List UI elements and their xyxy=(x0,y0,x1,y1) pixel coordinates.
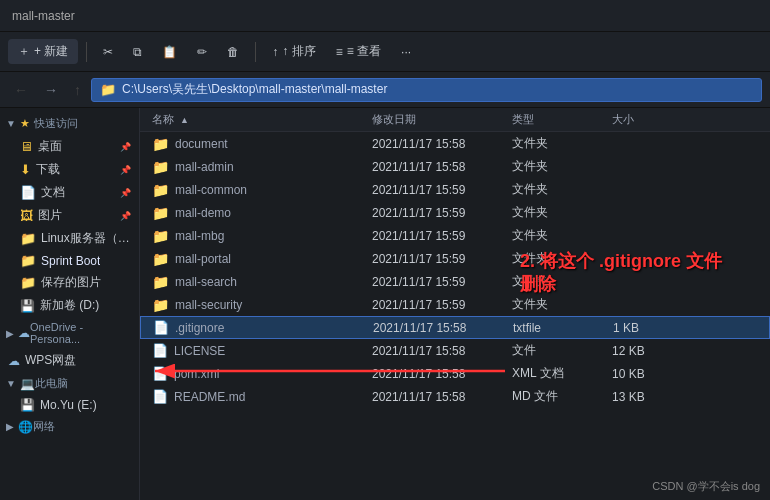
onedrive-label: OneDrive - Persona... xyxy=(30,321,133,345)
file-icon: 📁 xyxy=(152,251,169,267)
network-section[interactable]: ▶ 🌐 网络 xyxy=(0,415,139,438)
separator-1 xyxy=(86,42,87,62)
pin-icon: 📌 xyxy=(120,142,131,152)
sort-button[interactable]: ↑ ↑ 排序 xyxy=(264,39,323,64)
sidebar-item-pictures[interactable]: 🖼 图片 📌 xyxy=(0,204,139,227)
onedrive-arrow: ▶ xyxy=(6,328,14,339)
file-date: 2021/11/17 15:59 xyxy=(372,252,512,266)
quick-access-section[interactable]: ▼ ★ 快速访问 xyxy=(0,112,139,135)
file-icon: 📄 xyxy=(152,343,168,358)
cut-button[interactable]: ✂ xyxy=(95,41,121,63)
file-name: mall-search xyxy=(175,275,237,289)
file-size: 10 KB xyxy=(612,367,692,381)
sidebar: ▼ ★ 快速访问 🖥 桌面 📌 ⬇ 下载 📌 📄 文档 📌 🖼 图片 📌 📁 L… xyxy=(0,108,140,500)
wps-icon: ☁ xyxy=(8,354,20,368)
file-type: 文件夹 xyxy=(512,204,612,221)
file-name: mall-common xyxy=(175,183,247,197)
watermark: CSDN @学不会is dog xyxy=(652,479,760,494)
sidebar-item-saved[interactable]: 📁 保存的图片 xyxy=(0,271,139,294)
sidebar-item-downloads[interactable]: ⬇ 下载 📌 xyxy=(0,158,139,181)
table-row[interactable]: 📄 pom.xml 2021/11/17 15:58 XML 文档 10 KB xyxy=(140,362,770,385)
sort-label: ↑ 排序 xyxy=(282,43,315,60)
sidebar-item-wps[interactable]: ☁ WPS网盘 xyxy=(0,349,139,372)
table-row[interactable]: 📁 mall-common 2021/11/17 15:59 文件夹 xyxy=(140,178,770,201)
table-row[interactable]: 📄 README.md 2021/11/17 15:58 MD 文件 13 KB xyxy=(140,385,770,408)
sidebar-item-linux[interactable]: 📁 Linux服务器（实验 xyxy=(0,227,139,250)
sidebar-item-newdrive[interactable]: 💾 新加卷 (D:) xyxy=(0,294,139,317)
table-row[interactable]: 📄 LICENSE 2021/11/17 15:58 文件 12 KB xyxy=(140,339,770,362)
toolbar: ＋ + 新建 ✂ ⧉ 📋 ✏ 🗑 ↑ ↑ 排序 ≡ ≡ 查看 ··· xyxy=(0,32,770,72)
header-type[interactable]: 类型 xyxy=(512,112,612,127)
table-row[interactable]: 📄 .gitignore 2021/11/17 15:58 txtfile 1 … xyxy=(140,316,770,339)
file-name: mall-security xyxy=(175,298,242,312)
file-icon: 📁 xyxy=(152,274,169,290)
moyu-icon: 💾 xyxy=(20,398,35,412)
sidebar-item-docs[interactable]: 📄 文档 📌 xyxy=(0,181,139,204)
file-list-header: 名称 ▲ 修改日期 类型 大小 xyxy=(140,108,770,132)
address-bar[interactable]: 📁 C:\Users\吴先生\Desktop\mall-master\mall-… xyxy=(91,78,762,102)
file-type: MD 文件 xyxy=(512,388,612,405)
saved-icon: 📁 xyxy=(20,275,36,290)
file-type: XML 文档 xyxy=(512,365,612,382)
forward-button[interactable]: → xyxy=(38,78,64,102)
file-type: 文件夹 xyxy=(512,135,612,152)
view-button[interactable]: ≡ ≡ 查看 xyxy=(328,39,389,64)
file-icon: 📁 xyxy=(152,228,169,244)
table-row[interactable]: 📁 mall-search 2021/11/17 15:59 文件夹 xyxy=(140,270,770,293)
file-type: 文件夹 xyxy=(512,273,612,290)
file-name: document xyxy=(175,137,228,151)
file-date: 2021/11/17 15:59 xyxy=(372,298,512,312)
nav-bar: ← → ↑ 📁 C:\Users\吴先生\Desktop\mall-master… xyxy=(0,72,770,108)
more-button[interactable]: ··· xyxy=(393,41,419,63)
table-row[interactable]: 📁 mall-security 2021/11/17 15:59 文件夹 xyxy=(140,293,770,316)
header-date[interactable]: 修改日期 xyxy=(372,112,512,127)
table-row[interactable]: 📁 mall-portal 2021/11/17 15:59 文件夹 xyxy=(140,247,770,270)
copy-button[interactable]: ⧉ xyxy=(125,41,150,63)
address-path: C:\Users\吴先生\Desktop\mall-master\mall-ma… xyxy=(122,81,387,98)
table-row[interactable]: 📁 document 2021/11/17 15:58 文件夹 xyxy=(140,132,770,155)
file-icon: 📄 xyxy=(153,320,169,335)
sidebar-item-desktop[interactable]: 🖥 桌面 📌 xyxy=(0,135,139,158)
pin-icon-dl: 📌 xyxy=(120,165,131,175)
file-name: README.md xyxy=(174,390,245,404)
file-date: 2021/11/17 15:58 xyxy=(372,344,512,358)
file-type: 文件夹 xyxy=(512,158,612,175)
file-date: 2021/11/17 15:59 xyxy=(372,275,512,289)
table-row[interactable]: 📁 mall-mbg 2021/11/17 15:59 文件夹 xyxy=(140,224,770,247)
header-size[interactable]: 大小 xyxy=(612,112,692,127)
file-type: 文件夹 xyxy=(512,250,612,267)
linux-icon: 📁 xyxy=(20,231,36,246)
sort-icon: ↑ xyxy=(272,45,278,59)
file-date: 2021/11/17 15:58 xyxy=(373,321,513,335)
delete-button[interactable]: 🗑 xyxy=(219,41,247,63)
header-name[interactable]: 名称 ▲ xyxy=(152,112,372,127)
more-icon: ··· xyxy=(401,45,411,59)
onedrive-section[interactable]: ▶ ☁ OneDrive - Persona... xyxy=(0,317,139,349)
file-rows-container: 📁 document 2021/11/17 15:58 文件夹 📁 mall-a… xyxy=(140,132,770,408)
sidebar-item-moyu[interactable]: 💾 Mo.Yu (E:) xyxy=(0,395,139,415)
sidebar-item-sprint[interactable]: 📁 Sprint Boot xyxy=(0,250,139,271)
new-button[interactable]: ＋ + 新建 xyxy=(8,39,78,64)
pictures-icon: 🖼 xyxy=(20,208,33,223)
file-date: 2021/11/17 15:58 xyxy=(372,390,512,404)
cut-icon: ✂ xyxy=(103,45,113,59)
file-icon: 📁 xyxy=(152,159,169,175)
network-icon: 🌐 xyxy=(18,420,33,434)
newdrive-icon: 💾 xyxy=(20,299,35,313)
table-row[interactable]: 📁 mall-demo 2021/11/17 15:59 文件夹 xyxy=(140,201,770,224)
paste-button[interactable]: 📋 xyxy=(154,41,185,63)
network-label: 网络 xyxy=(33,419,55,434)
file-date: 2021/11/17 15:58 xyxy=(372,160,512,174)
title-bar-text: mall-master xyxy=(12,9,75,23)
file-type: 文件 xyxy=(512,342,612,359)
rename-button[interactable]: ✏ xyxy=(189,41,215,63)
up-button[interactable]: ↑ xyxy=(68,78,87,102)
table-row[interactable]: 📁 mall-admin 2021/11/17 15:58 文件夹 xyxy=(140,155,770,178)
file-date: 2021/11/17 15:59 xyxy=(372,229,512,243)
title-bar: mall-master xyxy=(0,0,770,32)
pin-icon-docs: 📌 xyxy=(120,188,131,198)
thispc-section[interactable]: ▼ 💻 此电脑 xyxy=(0,372,139,395)
back-button[interactable]: ← xyxy=(8,78,34,102)
file-name: LICENSE xyxy=(174,344,225,358)
sprint-icon: 📁 xyxy=(20,253,36,268)
